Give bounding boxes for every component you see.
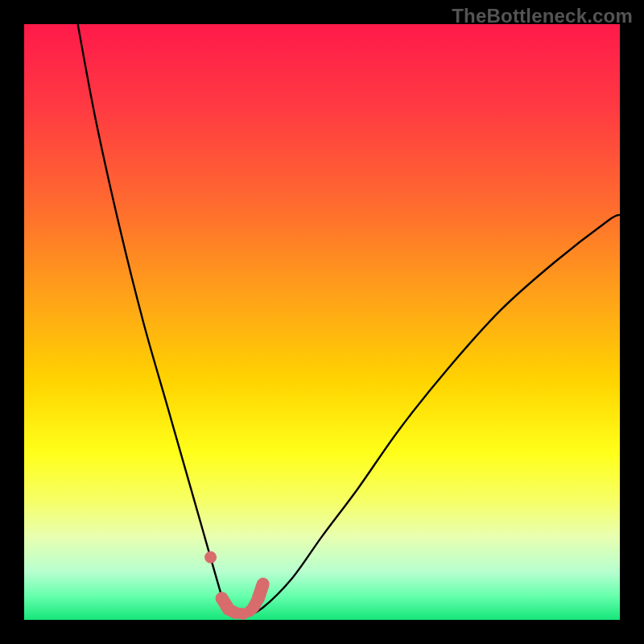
marker-dot (204, 551, 217, 564)
plot-area (24, 24, 620, 620)
chart-svg (24, 24, 620, 620)
watermark-text: TheBottleneck.com (452, 5, 633, 27)
marker-joint (237, 609, 249, 620)
chart-frame: TheBottleneck.com (0, 0, 644, 644)
marker-joint (253, 592, 264, 604)
heat-background (24, 24, 620, 620)
